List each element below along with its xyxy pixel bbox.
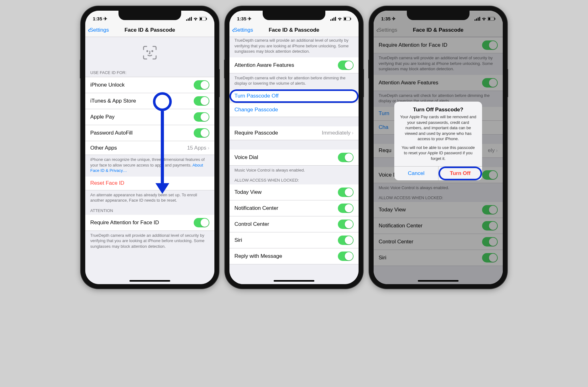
home-indicator[interactable] [274, 280, 314, 282]
row-attention-aware[interactable]: Attention Aware Features [229, 57, 359, 73]
svg-rect-12 [335, 17, 336, 21]
svg-rect-3 [191, 17, 192, 21]
wifi-icon [193, 17, 198, 21]
nav-bar: ‹ Settings Face ID & Passcode [85, 23, 214, 37]
cellular-icon [330, 17, 336, 21]
notch [118, 11, 181, 20]
footer-use-faceid: iPhone can recognize the unique, three-d… [85, 155, 214, 177]
row-reset-faceid[interactable]: Reset Face ID [85, 177, 214, 190]
home-indicator[interactable] [129, 280, 170, 282]
footer-reset: An alternate appearance has already been… [85, 190, 214, 206]
row-control-center[interactable]: Control Center [229, 216, 359, 232]
toggle-autofill[interactable] [194, 128, 209, 138]
svg-rect-6 [200, 18, 202, 20]
alert-cancel-button[interactable]: Cancel [394, 167, 438, 180]
faceid-icon-box [85, 37, 214, 68]
svg-point-7 [147, 51, 148, 52]
screen-3: 1:35 ✈︎ ‹ Settings Face ID & Passcode Re… [374, 11, 503, 284]
svg-rect-2 [189, 18, 190, 21]
section-header-allow-access: ALLOW ACCESS WHEN LOCKED: [229, 176, 359, 184]
location-icon: ✈︎ [103, 16, 108, 21]
row-voice-dial[interactable]: Voice Dial [229, 150, 359, 166]
row-other-apps[interactable]: Other Apps 15 Apps › [85, 141, 214, 155]
row-password-autofill[interactable]: Password AutoFill [85, 125, 214, 141]
require-passcode-detail: Immediately [322, 130, 351, 136]
notch [263, 11, 325, 20]
toggle-iphone-unlock[interactable] [194, 80, 209, 90]
row-require-passcode[interactable]: Require Passcode Immediately › [229, 126, 359, 140]
footer-truedepth-top: TrueDepth camera will provide an additio… [229, 37, 359, 57]
back-button[interactable]: ‹ Settings [229, 26, 253, 34]
toggle-reply-message[interactable] [338, 252, 354, 261]
battery-icon [199, 17, 207, 21]
settings-content[interactable]: TrueDepth camera will provide an additio… [229, 37, 359, 284]
alert-turn-off-passcode: Turn Off Passcode? Your Apple Pay cards … [394, 102, 482, 180]
screen-2: 1:35 ✈︎ ‹ Settings Face ID & Passcode Tr… [229, 11, 359, 284]
svg-rect-5 [206, 18, 207, 20]
notch [407, 11, 470, 20]
toggle-attention-aware[interactable] [338, 61, 354, 70]
svg-rect-15 [344, 18, 346, 20]
screen-1: 1:35 ✈︎ ‹ Settings Face ID & Passcode [85, 11, 214, 284]
svg-rect-14 [350, 18, 351, 20]
toggle-voice-dial[interactable] [338, 153, 354, 162]
svg-rect-1 [188, 19, 189, 21]
nav-bar: ‹ Settings Face ID & Passcode [229, 23, 359, 37]
alert-message-1: Your Apple Pay cards will be removed and… [394, 114, 482, 145]
row-change-passcode[interactable]: Change Passcode [229, 103, 359, 117]
status-time: 1:35 [93, 16, 102, 21]
wifi-icon [337, 17, 342, 21]
row-iphone-unlock[interactable]: iPhone Unlock [85, 77, 214, 93]
phone-frame-1: 1:35 ✈︎ ‹ Settings Face ID & Passcode [81, 6, 219, 289]
back-label: Settings [234, 27, 253, 33]
alert-turn-off-button[interactable]: Turn Off [438, 167, 482, 180]
footer-attention-aware: TrueDepth camera will check for attentio… [229, 73, 359, 89]
row-today-view[interactable]: Today View [229, 184, 359, 200]
row-reply-with-message[interactable]: Reply with Message [229, 248, 359, 264]
row-apple-pay[interactable]: Apple Pay [85, 109, 214, 125]
toggle-siri[interactable] [338, 236, 354, 245]
toggle-require-attention[interactable] [194, 218, 209, 227]
toggle-notification-center[interactable] [338, 204, 354, 213]
cellular-icon [186, 17, 192, 21]
row-siri[interactable]: Siri [229, 232, 359, 248]
back-button[interactable]: ‹ Settings [85, 26, 109, 34]
chevron-right-icon: › [207, 145, 209, 151]
toggle-apple-pay[interactable] [194, 112, 209, 122]
faceid-icon [143, 45, 157, 60]
footer-voice-dial: Music Voice Control is always enabled. [229, 166, 359, 176]
settings-content[interactable]: USE FACE ID FOR: iPhone Unlock iTunes & … [85, 37, 214, 284]
alert-message-2: You will not be able to use this passcod… [394, 145, 482, 167]
row-turn-passcode-off[interactable]: Turn Passcode Off [229, 89, 359, 103]
toggle-today-view[interactable] [338, 188, 354, 197]
svg-rect-0 [186, 19, 187, 21]
row-itunes-appstore[interactable]: iTunes & App Store [85, 93, 214, 109]
row-require-attention[interactable]: Require Attention for Face ID [85, 215, 214, 231]
phone-frame-2: 1:35 ✈︎ ‹ Settings Face ID & Passcode Tr… [225, 6, 363, 289]
battery-icon [344, 17, 351, 21]
row-notification-center[interactable]: Notification Center [229, 200, 359, 216]
other-apps-detail: 15 Apps [187, 145, 206, 151]
alert-buttons: Cancel Turn Off [394, 166, 482, 180]
toggle-control-center[interactable] [338, 220, 354, 229]
phone-frame-3: 1:35 ✈︎ ‹ Settings Face ID & Passcode Re… [369, 6, 507, 289]
toggle-itunes[interactable] [194, 96, 209, 106]
section-header-use-faceid: USE FACE ID FOR: [85, 68, 214, 77]
chevron-right-icon: › [352, 130, 354, 136]
status-time: 1:35 [237, 16, 246, 21]
footer-attention: TrueDepth camera will provide an additio… [85, 231, 214, 252]
back-label: Settings [90, 27, 109, 33]
section-header-attention: ATTENTION [85, 206, 214, 215]
svg-rect-11 [333, 18, 334, 21]
alert-title: Turn Off Passcode? [394, 102, 482, 114]
svg-rect-9 [330, 19, 331, 21]
svg-point-8 [152, 51, 153, 52]
svg-rect-10 [332, 19, 333, 21]
